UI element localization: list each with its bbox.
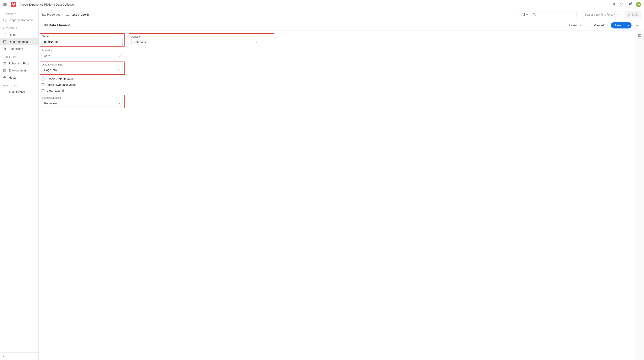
checkbox-icon (42, 78, 44, 81)
sidebar-item-extensions[interactable]: Extensions (0, 45, 38, 52)
screen-icon (3, 18, 7, 22)
sidebar-collapse-button[interactable] (0, 352, 38, 360)
clean-text-row[interactable]: Clean text i (40, 88, 125, 94)
search-input[interactable] (536, 13, 574, 16)
svg-text:?: ? (621, 3, 622, 6)
extension-label: Extension (42, 49, 123, 52)
build-label: Build (632, 13, 638, 16)
main-content: Tag Properties › test-property All Selec… (39, 9, 644, 360)
search-filter-group: All (519, 11, 577, 18)
app-title: Adobe Experience Platform Data Collectio… (20, 3, 76, 6)
svg-point-3 (612, 4, 612, 5)
sidebar-item-label: Publishing Flow (9, 62, 29, 65)
svg-rect-11 (3, 19, 6, 21)
monitor-icon (66, 13, 70, 17)
storage-duration-display: Pageview (42, 100, 116, 106)
sidebar-item-rules[interactable]: Rules (0, 31, 38, 38)
data-element-type-display: Page Info (42, 67, 116, 73)
chevron-down-icon (256, 41, 258, 43)
data-element-type-block: Data Element Type Page Info (40, 62, 125, 75)
build-button: Build (625, 11, 641, 18)
cloud-icon (3, 76, 7, 79)
svg-point-12 (4, 40, 6, 41)
svg-point-7 (613, 6, 614, 6)
more-actions-button[interactable] (634, 23, 641, 28)
sidebar-item-data-elements[interactable]: Data Elements (0, 38, 38, 45)
edit-header: Edit Data Element Latest Cancel Save (39, 20, 644, 31)
chevron-down-icon (579, 24, 582, 27)
breadcrumb-root[interactable]: Tag Properties (42, 13, 60, 16)
right-rail (635, 31, 644, 360)
enable-default-value-label: Enable Default Value (46, 77, 74, 81)
svg-rect-14 (66, 13, 69, 15)
svg-text:i: i (63, 90, 64, 92)
attribute-block: Attribute Pathname (129, 33, 274, 47)
list-icon (3, 90, 7, 94)
wand-icon (3, 33, 7, 37)
comment-icon[interactable] (638, 34, 642, 38)
help-icon[interactable]: ? (620, 3, 624, 7)
chevron-down-icon (118, 102, 120, 104)
sidebar-item-label: Extensions (9, 47, 23, 51)
sidebar-item-property-overview[interactable]: Property Overview (0, 17, 38, 24)
checkbox-icon (42, 83, 44, 86)
filter-all-dropdown[interactable]: All (519, 12, 531, 18)
sidebar-item-label: Audit Events (9, 90, 25, 94)
force-lowercase-row[interactable]: Force lowercase value (40, 82, 125, 88)
sidebar-item-label: Property Overview (9, 19, 32, 22)
chevron-down-icon (628, 24, 630, 27)
box-icon (3, 69, 7, 72)
apps-icon[interactable] (611, 3, 615, 7)
sidebar-item-label: Data Elements (9, 40, 28, 44)
storage-duration-label: Storage Duration (42, 97, 123, 99)
search-icon (533, 13, 536, 16)
filter-all-label: All (522, 13, 525, 16)
save-dropdown-button[interactable] (625, 22, 632, 29)
cancel-button[interactable]: Cancel (592, 23, 606, 28)
hammer-icon (628, 13, 631, 16)
svg-point-17 (637, 25, 638, 26)
revision-select[interactable]: Latest (567, 23, 584, 28)
sidebar-section-property: PROPERTY (0, 9, 38, 17)
svg-point-6 (612, 6, 612, 6)
storage-duration-block: Storage Duration Pageview (40, 95, 125, 108)
chevron-right-icon: › (62, 13, 63, 16)
sidebar-item-audit-events[interactable]: Audit Events (0, 89, 38, 96)
svg-point-8 (614, 6, 615, 6)
attribute-select-display: Pathname (134, 41, 147, 44)
revision-label: Latest (569, 24, 577, 27)
sidebar-item-publishing-flow[interactable]: Publishing Flow (0, 60, 38, 67)
sidebar-item-hosts[interactable]: Hosts (0, 74, 38, 81)
chevron-down-icon (526, 14, 528, 16)
search-field[interactable] (531, 12, 576, 18)
svg-point-18 (638, 25, 639, 26)
extension-select-button[interactable] (116, 53, 123, 59)
svg-point-0 (612, 3, 612, 4)
bell-icon[interactable] (628, 3, 632, 7)
ellipsis-icon (636, 23, 640, 28)
sidebar-item-label: Rules (9, 33, 16, 36)
svg-point-5 (614, 4, 615, 5)
extension-select-display: Core (42, 53, 116, 59)
save-button[interactable]: Save (611, 22, 625, 29)
svg-point-15 (533, 13, 535, 15)
storage-duration-button[interactable] (116, 100, 123, 106)
edit-title: Edit Data Element (42, 24, 70, 27)
notification-dot (630, 2, 632, 4)
form-body: Name Extension Core Data Element Type (39, 31, 644, 360)
form-right-column: Attribute Pathname (126, 31, 635, 360)
attribute-label: Attribute (131, 35, 272, 38)
name-input[interactable] (42, 39, 123, 45)
enable-default-value-row[interactable]: Enable Default Value (40, 76, 125, 82)
sidebar-item-label: Environments (9, 69, 26, 72)
topbar: Adobe Experience Platform Data Collectio… (0, 0, 644, 9)
working-library-select[interactable]: Select a working library (582, 11, 621, 18)
info-icon[interactable]: i (62, 89, 64, 92)
chevron-down-icon (616, 14, 619, 16)
chevron-down-icon (118, 55, 121, 57)
data-element-type-button[interactable] (116, 67, 123, 73)
hamburger-icon[interactable] (3, 3, 7, 7)
avatar[interactable]: m (636, 2, 641, 7)
attribute-select[interactable]: Pathname (131, 39, 260, 45)
sidebar-item-environments[interactable]: Environments (0, 67, 38, 74)
